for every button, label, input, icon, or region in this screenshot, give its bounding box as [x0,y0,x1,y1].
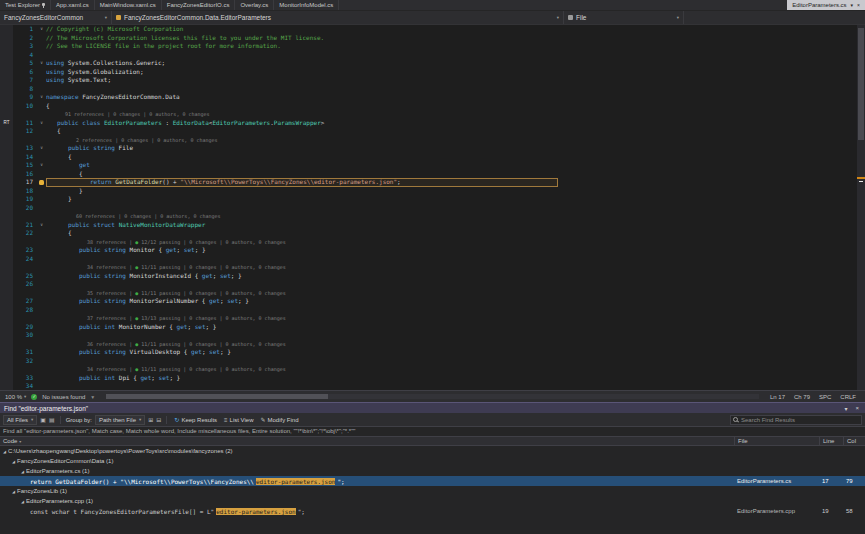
breakpoint-margin[interactable] [0,382,13,390]
breakpoint-margin[interactable] [0,136,13,145]
breakpoint-margin[interactable] [0,187,13,196]
line-number[interactable]: 30 [13,331,37,340]
line-number[interactable] [13,238,37,247]
line-number[interactable]: 2 [13,34,37,43]
codelens-row[interactable]: 36 references | ● 11/11 passing | 0 chan… [0,340,865,349]
code-line[interactable]: 29public int MonitorNumber { get; set; } [0,323,865,332]
project-dropdown[interactable]: FancyZonesEditorCommon ▾ [0,11,112,24]
code-line[interactable]: 17return GetDataFolder() + "\\Microsoft\… [0,178,865,187]
fold-chevron[interactable] [37,340,46,349]
code-line[interactable]: 7using System.Text; [0,76,865,85]
fold-chevron[interactable] [37,323,46,332]
line-number[interactable]: 14 [13,153,37,162]
breakpoint-margin[interactable] [0,68,13,77]
window-position-icon[interactable]: ▾ [842,405,849,412]
code-line[interactable]: 34 [0,382,865,390]
line-number[interactable]: 1 [13,25,37,34]
fold-chevron[interactable]: ∨ [37,144,46,153]
type-dropdown[interactable]: FancyZonesEditorCommon.Data.EditorParame… [112,11,564,24]
document-tab[interactable]: App.xaml.cs [51,0,95,10]
fold-chevron[interactable] [37,348,46,357]
find-result-group-row[interactable]: ◢EditorParameters.cpp (1) [0,496,865,506]
find-result-group-row[interactable]: ◢FancyZonesLib (1) [0,486,865,496]
document-tab[interactable]: MainWindow.xaml.cs [95,0,162,10]
codelens-row[interactable]: 38 references | ● 12/12 passing | 0 chan… [0,238,865,247]
breakpoint-margin[interactable] [0,340,13,349]
fold-chevron[interactable] [37,255,46,264]
codelens-row[interactable]: 35 references | ● 11/11 passing | 0 chan… [0,289,865,298]
export-icon[interactable]: ▤ [49,416,55,423]
line-number[interactable]: 31 [13,348,37,357]
code-line[interactable]: 28 [0,306,865,315]
collapse-all-icon[interactable]: ⊟ [156,416,161,423]
breakpoint-margin[interactable] [0,170,13,179]
fold-chevron[interactable]: ∨ [37,25,46,34]
find-result-group-row[interactable]: ◢EditorParameters.cs (1) [0,466,865,476]
code-line[interactable]: 13∨public string File [0,144,865,153]
line-number[interactable]: 18 [13,187,37,196]
line-number[interactable]: 10 [13,102,37,111]
active-document-tab[interactable]: EditorParameters.cs ▾ × [787,0,865,10]
fold-chevron[interactable]: ∨ [37,119,46,128]
line-number[interactable]: 22 [13,229,37,238]
column-header-code[interactable]: Code ▾ [0,437,734,445]
quick-actions-icon[interactable] [37,178,46,187]
document-tab[interactable]: MonitorInfoModel.cs [274,0,339,10]
code-line[interactable]: 23public string Monitor { get; set; } [0,246,865,255]
health-status[interactable]: No issues found [42,394,85,400]
line-number[interactable]: 26 [13,280,37,289]
code-line[interactable]: 24 [0,255,865,264]
fold-chevron[interactable] [37,42,46,51]
line-number[interactable]: 32 [13,357,37,366]
breakpoint-margin[interactable] [0,306,13,315]
fold-chevron[interactable] [37,76,46,85]
line-number[interactable]: 28 [13,306,37,315]
member-dropdown[interactable]: File ▾ [564,11,684,24]
find-result-group-row[interactable]: ◢C:\Users\zhaopengwang\Desktop\powertoys… [0,446,865,456]
fold-chevron[interactable] [37,238,46,247]
breakpoint-margin[interactable] [0,221,13,230]
document-tab[interactable]: Test Explorer [0,0,51,10]
code-line[interactable]: 20 [0,204,865,213]
find-result-match-row[interactable]: const wchar_t FancyZonesEditorParameters… [0,506,865,516]
code-line[interactable]: 4 [0,51,865,60]
fold-chevron[interactable] [37,331,46,340]
document-dropdown-icon[interactable]: ▾ [851,2,854,8]
line-number[interactable]: 6 [13,68,37,77]
line-number[interactable] [13,136,37,145]
code-line[interactable]: 33public int Dpi { get; set; } [0,374,865,383]
line-number[interactable]: 4 [13,51,37,60]
breakpoint-margin[interactable] [0,280,13,289]
fold-chevron[interactable] [37,187,46,196]
breakpoint-margin[interactable] [0,331,13,340]
fold-chevron[interactable] [37,153,46,162]
codelens-row[interactable]: 2 references | 0 changes | 0 authors, 0 … [0,136,865,145]
close-icon[interactable]: × [857,2,860,8]
scope-dropdown[interactable]: All Files ▾ [3,415,37,425]
expander-icon[interactable]: ◢ [21,499,24,504]
breakpoint-margin[interactable] [0,365,13,374]
line-number[interactable]: 9 [13,93,37,102]
find-result-group-row[interactable]: ◢FancyZonesEditorCommon\Data (1) [0,456,865,466]
find-result-match-row[interactable]: return GetDataFolder() + "\\Microsoft\\P… [0,476,865,486]
fold-chevron[interactable]: ∨ [37,59,46,68]
breakpoint-margin[interactable] [0,238,13,247]
breakpoint-margin[interactable] [0,127,13,136]
breakpoint-margin[interactable] [0,212,13,221]
codelens-row[interactable]: 37 references | ● 13/13 passing | 0 chan… [0,314,865,323]
horizontal-scrollbar-thumb[interactable] [106,394,328,399]
code-line[interactable]: 3// See the LICENSE file in the project … [0,42,865,51]
fold-chevron[interactable] [37,289,46,298]
pin-icon[interactable] [42,3,45,8]
expander-icon[interactable]: ◢ [12,459,15,464]
group-by-dropdown[interactable]: Path then File ▾ [95,415,145,425]
fold-chevron[interactable] [37,272,46,281]
breakpoint-margin[interactable] [0,153,13,162]
fold-chevron[interactable] [37,204,46,213]
breakpoint-margin[interactable] [0,76,13,85]
quick-actions-icon[interactable] [39,180,44,186]
breakpoint-margin[interactable] [0,51,13,60]
breakpoint-margin[interactable] [0,59,13,68]
fold-chevron[interactable] [37,102,46,111]
line-number[interactable]: 33 [13,374,37,383]
